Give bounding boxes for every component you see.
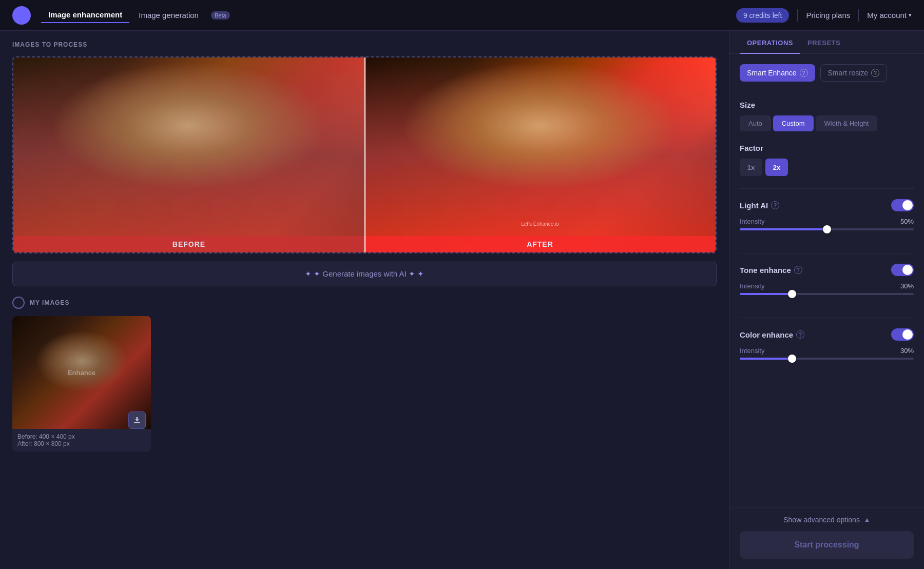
light-ai-toggle[interactable] (891, 199, 914, 211)
show-advanced-label: Show advanced options (783, 516, 860, 524)
tone-slider-fill (740, 293, 792, 295)
tone-enhance-slider[interactable] (740, 293, 914, 295)
before-image: BEFORE (13, 57, 364, 252)
show-advanced-options[interactable]: Show advanced options ▲ (740, 516, 914, 524)
list-item[interactable]: Enhance Before: 400 × 400 px After: 800 … (12, 316, 151, 452)
light-ai-section: Light AI ? Intensity 50% (729, 199, 924, 253)
color-enhance-toggle-knob (902, 329, 913, 340)
app-logo (12, 6, 31, 25)
right-panel: OPERATIONS PRESETS Smart Enhance ? Smart… (729, 31, 924, 569)
divider-3 (740, 253, 914, 253)
watermark: Let's Enhance.io (521, 221, 559, 227)
after-image: Let's Enhance.io AFTER (364, 57, 716, 252)
tone-enhance-label: Tone enhance ? (740, 266, 802, 274)
nav-tab-image-enhancement[interactable]: Image enhancement (41, 7, 129, 23)
my-images-checkbox[interactable] (12, 297, 25, 309)
image-card-footer: Before: 400 × 400 px After: 800 × 800 px (12, 429, 151, 452)
tone-enhance-toggle-knob (902, 265, 913, 275)
light-ai-toggle-knob (902, 200, 913, 210)
image-after-size: After: 800 × 800 px (17, 440, 146, 447)
after-label: AFTER (364, 236, 716, 252)
tone-enhance-toggle[interactable] (891, 264, 914, 276)
main-nav: Image enhancement Image generation Beta (41, 7, 230, 23)
size-label: Size (740, 101, 914, 109)
light-ai-toggle-row: Light AI ? (740, 199, 914, 211)
spark-icon-right: ✦ ✦ (409, 269, 424, 278)
right-scroll: Smart Enhance ? Smart resize ? Size Auto… (729, 54, 924, 569)
account-link[interactable]: My account ▾ (867, 11, 912, 19)
tone-enhance-section: Tone enhance ? Intensity 30% (729, 264, 924, 318)
nav-tab-image-generation[interactable]: Image generation (131, 8, 206, 23)
light-ai-slider[interactable] (740, 228, 914, 230)
beta-badge: Beta (211, 11, 230, 19)
size-auto[interactable]: Auto (740, 115, 771, 131)
factor-1x[interactable]: 1x (740, 159, 762, 176)
ops-divider (740, 90, 914, 90)
size-options: Auto Custom Width & Height (740, 115, 914, 131)
start-processing-button[interactable]: Start processing (740, 531, 914, 559)
tone-intensity-value: 30% (900, 282, 914, 290)
credits-badge: 9 credits left (736, 8, 789, 23)
download-button[interactable] (128, 411, 146, 429)
person-overlay-before (13, 57, 364, 252)
tab-operations[interactable]: OPERATIONS (740, 31, 800, 54)
generate-images-label: Generate images with AI (322, 269, 406, 278)
color-enhance-section: Color enhance ? Intensity 30% (729, 328, 924, 382)
size-custom[interactable]: Custom (773, 115, 814, 131)
light-ai-slider-thumb[interactable] (823, 225, 831, 233)
smart-enhance-label: Smart Enhance (747, 69, 797, 77)
factor-label: Factor (740, 144, 914, 152)
tab-presets[interactable]: PRESETS (800, 31, 848, 54)
pricing-plans-link[interactable]: Pricing plans (806, 11, 850, 19)
color-enhance-slider[interactable] (740, 358, 914, 360)
light-ai-label: Light AI ? (740, 201, 779, 210)
color-enhance-toggle[interactable] (891, 328, 914, 341)
light-ai-slider-fill (740, 228, 827, 230)
my-images-header: MY IMAGES (12, 297, 717, 309)
download-icon (133, 416, 141, 424)
chevron-up-icon: ▲ (864, 516, 870, 523)
smart-enhance-info-icon[interactable]: ? (800, 69, 808, 77)
light-ai-intensity-label: Intensity (740, 218, 764, 225)
color-slider-thumb[interactable] (788, 355, 796, 363)
main-layout: IMAGES TO PROCESS BEFORE Let's Enhance.i… (0, 31, 924, 569)
image-grid: Enhance Before: 400 × 400 px After: 800 … (12, 316, 717, 452)
generate-images-bar[interactable]: ✦ ✦ Generate images with AI ✦ ✦ (12, 262, 717, 286)
tone-enhance-toggle-row: Tone enhance ? (740, 264, 914, 276)
smart-resize-info-icon[interactable]: ? (871, 69, 879, 77)
header-divider-2 (858, 9, 859, 22)
color-enhance-info-icon[interactable]: ? (796, 330, 804, 339)
ops-buttons: Smart Enhance ? Smart resize ? (729, 54, 924, 90)
color-intensity-label: Intensity (740, 347, 764, 355)
spark-icon-left: ✦ ✦ (305, 269, 320, 278)
size-section: Size Auto Custom Width & Height (729, 101, 924, 144)
header: Image enhancement Image generation Beta … (0, 0, 924, 31)
preview-container[interactable]: BEFORE Let's Enhance.io AFTER (12, 56, 717, 253)
tone-slider-thumb[interactable] (788, 290, 796, 298)
bottom-actions: Show advanced options ▲ Start processing (729, 507, 924, 569)
divider-2 (740, 188, 914, 189)
before-after-wrap: BEFORE Let's Enhance.io AFTER (13, 57, 716, 252)
my-images-label: MY IMAGES (30, 299, 69, 306)
smart-resize-button[interactable]: Smart resize ? (820, 64, 888, 82)
header-right: 9 credits left Pricing plans My account … (736, 8, 912, 23)
light-ai-info-icon[interactable]: ? (771, 201, 779, 209)
factor-2x[interactable]: 2x (765, 159, 788, 176)
color-enhance-label: Color enhance ? (740, 330, 804, 339)
size-width-height[interactable]: Width & Height (816, 115, 878, 131)
factor-section: Factor 1x 2x (729, 144, 924, 188)
color-slider-fill (740, 358, 792, 360)
before-after-divider (364, 57, 365, 252)
smart-enhance-button[interactable]: Smart Enhance ? (740, 64, 815, 82)
tone-intensity-label: Intensity (740, 282, 764, 290)
light-ai-intensity-row: Intensity 50% (740, 218, 914, 225)
image-before-size: Before: 400 × 400 px (17, 433, 146, 440)
chevron-down-icon: ▾ (909, 12, 912, 18)
factor-options: 1x 2x (740, 159, 914, 176)
images-to-process-label: IMAGES TO PROCESS (12, 41, 717, 48)
tone-enhance-info-icon[interactable]: ? (794, 266, 802, 274)
before-label: BEFORE (13, 236, 364, 252)
color-intensity-value: 30% (900, 347, 914, 355)
operations-tabs: OPERATIONS PRESETS (729, 31, 924, 54)
divider-4 (740, 318, 914, 318)
